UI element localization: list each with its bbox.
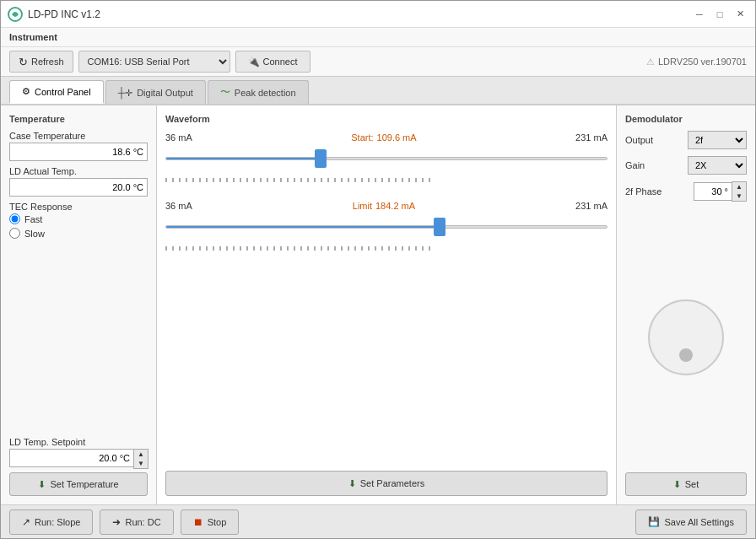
spinner-down-button[interactable]: ▼ xyxy=(134,459,148,468)
tick xyxy=(226,178,228,182)
run-dc-button[interactable]: Run: DC xyxy=(100,509,173,535)
slider2-thumb[interactable] xyxy=(434,218,446,236)
output-row: Output 2f 1f xyxy=(625,131,747,149)
tick xyxy=(280,178,282,182)
tick xyxy=(395,178,397,182)
run-slope-icon xyxy=(22,516,30,528)
tick xyxy=(294,178,295,182)
phase-up-button[interactable]: ▲ xyxy=(732,182,746,191)
tick xyxy=(388,246,390,251)
radio-fast-input[interactable] xyxy=(9,213,20,224)
tick xyxy=(246,178,248,182)
close-button[interactable]: ✕ xyxy=(732,6,748,23)
tick xyxy=(253,178,255,182)
tick xyxy=(415,178,417,182)
refresh-button[interactable]: Refresh xyxy=(9,51,73,73)
tick xyxy=(294,246,295,251)
phase-row: 2f Phase ▲ ▼ xyxy=(625,181,747,202)
tick xyxy=(300,178,302,182)
tick xyxy=(199,178,201,182)
slider2-limit-value: 184.2 mA xyxy=(375,201,415,211)
set-temperature-button[interactable]: Set Temperature xyxy=(9,472,148,496)
setpoint-input[interactable] xyxy=(9,449,133,467)
set-parameters-button[interactable]: Set Parameters xyxy=(165,471,608,496)
tabs: Control Panel ✛ Digital Output Peak dete… xyxy=(1,77,755,105)
tick xyxy=(361,246,363,251)
tick xyxy=(314,178,316,182)
device-info: LDRV250 ver.190701 xyxy=(646,57,747,67)
tick xyxy=(334,178,336,182)
tick xyxy=(219,178,221,182)
spinner-up-button[interactable]: ▲ xyxy=(134,450,148,459)
phase-down-button[interactable]: ▼ xyxy=(732,191,746,201)
main-window: LD-PD INC v1.2 ─ □ ✕ Instrument Refresh … xyxy=(0,0,756,539)
tick xyxy=(348,178,349,182)
main-content: Temperature Case Temperature LD Actual T… xyxy=(1,105,755,504)
run-slope-button[interactable]: Run: Slope xyxy=(9,509,93,535)
tick xyxy=(307,178,309,182)
slider2-wrapper xyxy=(165,214,608,240)
connect-button[interactable]: Connect xyxy=(235,51,310,73)
spacer xyxy=(9,244,148,429)
slider2-limit-label: Limit xyxy=(353,201,372,211)
port-select[interactable]: COM16: USB Serial Port xyxy=(78,51,230,73)
slider1-start-label: Start: xyxy=(351,132,373,143)
tab-peak-detection[interactable]: Peak detection xyxy=(208,80,309,104)
output-label: Output xyxy=(625,135,653,145)
instrument-bar: Instrument xyxy=(1,28,755,47)
phase-knob[interactable] xyxy=(648,299,724,375)
ld-actual-input[interactable] xyxy=(9,178,148,197)
stop-label: Stop xyxy=(208,517,227,527)
maximize-button[interactable]: □ xyxy=(711,6,728,23)
case-temp-input[interactable] xyxy=(9,143,148,161)
knob-container xyxy=(625,208,747,466)
set-button[interactable]: Set xyxy=(625,472,747,496)
center-spacer xyxy=(165,261,608,462)
tick xyxy=(388,178,390,182)
tick xyxy=(226,246,228,251)
radio-slow[interactable]: Slow xyxy=(9,228,148,239)
slider2-limit-info: Limit184.2 mA xyxy=(353,201,415,211)
phase-input[interactable] xyxy=(694,182,732,201)
tab-digital-output-label: Digital Output xyxy=(137,88,193,98)
tick xyxy=(260,178,262,182)
radio-fast[interactable]: Fast xyxy=(9,213,148,224)
stop-icon xyxy=(193,516,203,528)
tick xyxy=(415,246,417,251)
tab-digital-output[interactable]: ✛ Digital Output xyxy=(105,80,206,104)
slider1-thumb[interactable] xyxy=(315,149,327,168)
refresh-label: Refresh xyxy=(31,57,64,67)
tick xyxy=(280,246,282,251)
temperature-section-title: Temperature xyxy=(9,114,148,124)
gain-select[interactable]: 2X 1X 4X xyxy=(688,156,747,175)
slider1-section: 36 mA Start:109.6 mA 231 mA xyxy=(165,132,608,184)
tab-control-panel[interactable]: Control Panel xyxy=(9,80,104,104)
left-panel: Temperature Case Temperature LD Actual T… xyxy=(1,105,157,504)
tick xyxy=(375,246,376,251)
stop-button[interactable]: Stop xyxy=(181,509,240,535)
set-temp-icon xyxy=(38,479,46,490)
tick xyxy=(246,246,248,251)
tick xyxy=(341,178,343,182)
tick xyxy=(186,246,187,251)
phase-spinner-buttons: ▲ ▼ xyxy=(732,181,747,202)
radio-slow-input[interactable] xyxy=(9,228,20,239)
gain-label: Gain xyxy=(625,160,645,170)
tab-peak-detection-label: Peak detection xyxy=(235,88,296,98)
slider2-section: 36 mA Limit184.2 mA 231 mA xyxy=(165,201,608,252)
tick xyxy=(165,178,167,182)
tick xyxy=(179,246,181,251)
minimize-button[interactable]: ─ xyxy=(691,6,708,23)
tick xyxy=(273,246,275,251)
tick xyxy=(287,178,289,182)
tick xyxy=(192,178,194,182)
tec-radio-group: Fast Slow xyxy=(9,213,148,239)
output-select[interactable]: 2f 1f xyxy=(688,131,747,149)
knob-indicator xyxy=(679,348,693,362)
tick xyxy=(368,246,370,251)
window-title: LD-PD INC v1.2 xyxy=(28,8,100,20)
set-icon xyxy=(673,479,681,490)
save-all-settings-button[interactable]: Save All Settings xyxy=(635,509,747,535)
slider2-track xyxy=(165,225,608,229)
run-dc-label: Run: DC xyxy=(125,517,160,527)
